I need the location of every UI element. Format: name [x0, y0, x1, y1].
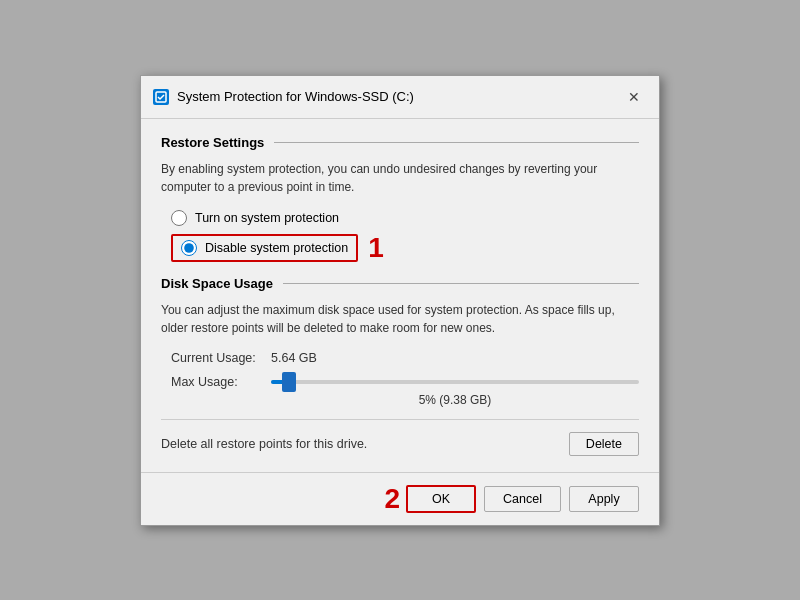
- ok-button[interactable]: OK: [406, 485, 476, 513]
- slider-thumb: [282, 372, 296, 392]
- apply-button[interactable]: Apply: [569, 486, 639, 512]
- radio-group: Turn on system protection Disable system…: [171, 210, 639, 262]
- radio-turn-on-label: Turn on system protection: [195, 211, 339, 225]
- section-divider-line: [274, 142, 639, 143]
- radio-turn-on-input[interactable]: [171, 210, 187, 226]
- footer: 2 OK Cancel Apply: [141, 472, 659, 525]
- slider-percent-label: 5% (9.38 GB): [271, 393, 639, 407]
- delete-label: Delete all restore points for this drive…: [161, 437, 367, 451]
- radio-disable[interactable]: Disable system protection: [181, 240, 348, 256]
- radio-disable-row: Disable system protection 1: [171, 234, 639, 262]
- step1-annotation: 1: [368, 234, 384, 262]
- close-button[interactable]: ✕: [621, 84, 647, 110]
- disk-space-description: You can adjust the maximum disk space us…: [161, 301, 639, 337]
- title-bar-left: System Protection for Windows-SSD (C:): [153, 89, 414, 105]
- radio-turn-on[interactable]: Turn on system protection: [171, 210, 639, 226]
- disk-divider-line: [283, 283, 639, 284]
- cancel-button[interactable]: Cancel: [484, 486, 561, 512]
- radio-disable-input[interactable]: [181, 240, 197, 256]
- delete-button[interactable]: Delete: [569, 432, 639, 456]
- dialog-content: Restore Settings By enabling system prot…: [141, 119, 659, 472]
- current-usage-value: 5.64 GB: [271, 351, 317, 365]
- disk-space-title: Disk Space Usage: [161, 276, 273, 291]
- step2-annotation: 2: [385, 485, 401, 513]
- current-usage-row: Current Usage: 5.64 GB: [171, 351, 639, 365]
- current-usage-label: Current Usage:: [171, 351, 271, 365]
- max-usage-label: Max Usage:: [171, 375, 271, 389]
- disk-space-section: Disk Space Usage You can adjust the maxi…: [161, 276, 639, 456]
- slider-container: [271, 380, 639, 384]
- step2-group: 2 OK: [385, 485, 477, 513]
- system-protection-icon: [153, 89, 169, 105]
- restore-settings-section: Restore Settings: [161, 135, 639, 150]
- restore-settings-title: Restore Settings: [161, 135, 264, 150]
- restore-settings-description: By enabling system protection, you can u…: [161, 160, 639, 196]
- system-protection-dialog: System Protection for Windows-SSD (C:) ✕…: [140, 75, 660, 526]
- disable-highlight-box: Disable system protection: [171, 234, 358, 262]
- radio-disable-label: Disable system protection: [205, 241, 348, 255]
- title-bar: System Protection for Windows-SSD (C:) ✕: [141, 76, 659, 119]
- slider-track: [271, 380, 639, 384]
- max-usage-row: Max Usage:: [171, 375, 639, 389]
- dialog-title: System Protection for Windows-SSD (C:): [177, 89, 414, 104]
- delete-row: Delete all restore points for this drive…: [161, 419, 639, 456]
- disk-space-divider: Disk Space Usage: [161, 276, 639, 291]
